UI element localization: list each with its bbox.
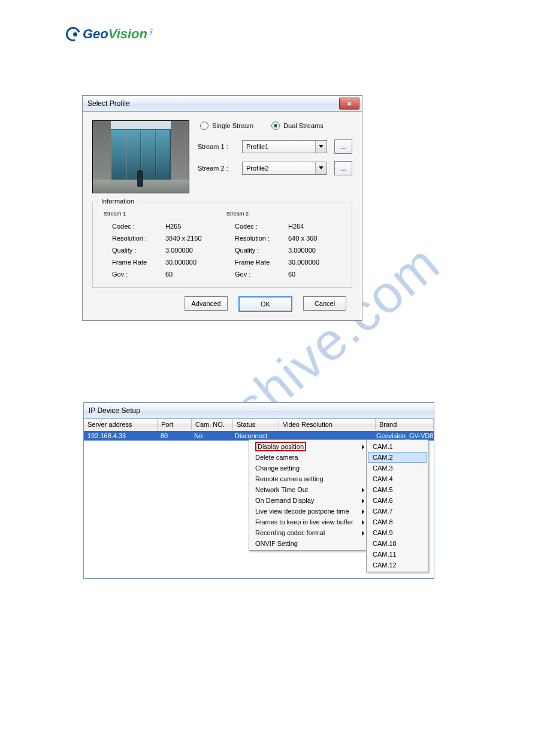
device-table-header: Server address Port Cam. NO. Status Vide… [84,419,434,430]
menu-recording-codec[interactable]: Recording codec format [250,527,368,538]
row-port: 80 [157,432,191,439]
camera-preview-image [92,120,189,193]
select-profile-title: Select Profile [87,99,130,108]
chevron-down-icon [319,166,324,169]
codec-label: Codec : [224,220,287,232]
information-group: Information Stream 1 Codec :H265 Resolut… [92,202,352,288]
ip-device-setup-dialog: IP Device Setup Server address Port Cam.… [83,402,434,579]
submenu-cam-3[interactable]: CAM.3 [368,463,427,473]
menu-change-setting[interactable]: Change setting [250,463,368,473]
row-status: Disconnect [231,432,277,439]
header-status[interactable]: Status [233,419,279,430]
header-brand[interactable]: Brand [376,419,434,430]
submenu-cam-1[interactable]: CAM.1 [368,441,427,452]
stream2-info-title: Stream 2 [226,211,343,217]
stream2-profile-value: Profile2 [246,165,268,172]
resolution-label: Resolution : [224,232,287,244]
menu-network-timeout[interactable]: Network Time Out [250,484,368,495]
radio-icon [271,122,280,130]
brand-logo-text: GeoVision [83,26,147,42]
chevron-right-icon [362,445,364,450]
submenu-cam-12[interactable]: CAM.12 [368,560,427,570]
brand-logo-mark [66,27,80,41]
chevron-down-icon [319,145,324,148]
gov-label: Gov : [224,268,287,280]
header-server-address[interactable]: Server address [84,419,158,430]
radio-icon [200,122,208,130]
quality-label: Quality : [224,244,287,256]
stream1-quality-value: 3.000000 [164,244,220,256]
submenu-cam-6[interactable]: CAM.6 [368,495,427,506]
stream2-more-button[interactable]: ... [334,161,352,175]
submenu-cam-7[interactable]: CAM.7 [368,506,427,517]
gov-label: Gov : [101,268,164,280]
stream1-profile-select[interactable]: Profile1 [242,140,327,153]
submenu-cam-10[interactable]: CAM.10 [368,538,427,549]
header-video-resolution[interactable]: Video Resolution [279,419,376,430]
dual-streams-radio[interactable]: Dual Streams [271,122,324,130]
stream1-resolution-value: 3840 x 2160 [164,232,220,244]
submenu-cam-4[interactable]: CAM.4 [368,473,427,484]
framerate-label: Frame Rate [224,256,287,268]
stream1-more-button[interactable]: ... [334,139,352,154]
submenu-cam-5[interactable]: CAM.5 [368,484,427,495]
menu-live-view-decode[interactable]: Live view decode postpone time [250,506,368,517]
submenu-cam-8[interactable]: CAM.8 [368,517,427,527]
ip-device-titlebar: IP Device Setup [84,403,434,419]
ellipsis-icon: ... [340,143,346,150]
information-legend: Information [99,198,137,205]
stream2-label: Stream 2 : [198,165,235,172]
submenu-cam-9[interactable]: CAM.9 [368,527,427,538]
quality-label: Quality : [101,244,164,256]
ip-device-title: IP Device Setup [89,406,140,415]
framerate-label: Frame Rate [101,256,164,268]
chevron-right-icon [362,488,364,493]
menu-frames-buffer[interactable]: Frames to keep in live view buffer [250,517,368,527]
single-stream-label: Single Stream [212,122,253,129]
stream1-gov-value: 60 [164,268,220,280]
stream1-codec-value: H265 [164,220,220,232]
submenu-cam-11[interactable]: CAM.11 [368,549,427,560]
menu-on-demand-display[interactable]: On Demand Display [250,495,368,506]
chevron-right-icon [362,520,364,525]
row-cam-no: No [191,432,231,439]
stream2-profile-select[interactable]: Profile2 [242,162,327,175]
stream2-resolution-value: 640 x 360 [287,232,343,244]
advanced-button[interactable]: Advanced [185,296,228,311]
row-brand: Geovision_GV-VD8700 [373,432,434,439]
menu-delete-camera[interactable]: Delete camera [250,452,368,463]
header-cam-no[interactable]: Cam. NO. [192,419,233,430]
brand-logo: GeoVision Inc. [66,26,153,42]
stream2-gov-value: 60 [287,268,343,280]
close-button[interactable]: ✕ [339,98,359,110]
single-stream-radio[interactable]: Single Stream [200,122,253,130]
stream1-info-title: Stream 1 [104,211,220,217]
stream1-label: Stream 1 : [198,143,235,150]
close-icon: ✕ [347,101,352,107]
menu-remote-camera-setting[interactable]: Remote camera setting [250,473,368,484]
select-profile-dialog: Select Profile ✕ Single Stream [82,95,362,321]
ok-button[interactable]: OK [238,296,292,312]
select-profile-titlebar: Select Profile ✕ [83,96,362,112]
stream1-profile-value: Profile1 [246,143,268,150]
dual-streams-label: Dual Streams [283,122,324,129]
submenu-cam-2[interactable]: CAM.2 [368,452,427,463]
cancel-button[interactable]: Cancel [303,296,346,311]
chevron-right-icon [362,531,364,536]
codec-label: Codec : [101,220,164,232]
display-position-submenu: CAM.1 CAM.2 CAM.3 CAM.4 CAM.5 CAM.6 CAM.… [366,439,428,572]
chevron-right-icon [362,499,364,503]
brand-logo-inc: Inc. [150,26,153,38]
ellipsis-icon: ... [340,165,346,172]
menu-display-position[interactable]: Display position [250,441,368,452]
row-server-address: 192.168.4.33 [84,432,157,439]
stream2-codec-value: H264 [287,220,343,232]
stream2-quality-value: 3.000000 [287,244,343,256]
menu-onvif-setting[interactable]: ONVIF Setting [250,538,368,549]
stream2-framerate-value: 30.000000 [287,256,343,268]
resolution-label: Resolution : [101,232,164,244]
header-port[interactable]: Port [158,419,192,430]
chevron-right-icon [362,509,364,514]
stream1-framerate-value: 30.000000 [164,256,220,268]
context-menu: Display position Delete camera Change se… [249,439,370,551]
